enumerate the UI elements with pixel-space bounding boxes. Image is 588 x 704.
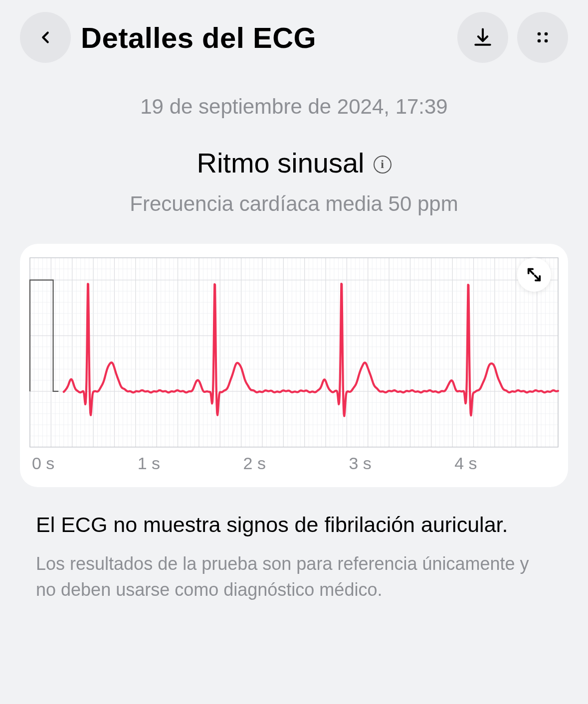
more-dots-icon — [532, 27, 553, 48]
info-icon[interactable] — [374, 156, 392, 174]
x-tick-label: 3 s — [349, 454, 371, 473]
ecg-chart-card: 0 s1 s2 s3 s4 s — [20, 244, 568, 487]
timestamp: 19 de septiembre de 2024, 17:39 — [0, 95, 588, 119]
x-tick-label: 0 s — [32, 454, 54, 473]
svg-point-0 — [538, 32, 541, 36]
rhythm-row: Ritmo sinusal — [0, 147, 588, 179]
back-button[interactable] — [20, 12, 71, 63]
page-title: Detalles del ECG — [81, 21, 447, 54]
download-icon — [472, 26, 494, 48]
description-block: El ECG no muestra signos de fibrilación … — [36, 509, 552, 603]
description-subtitle: Los resultados de la prueba son para ref… — [36, 551, 552, 603]
rhythm-title: Ritmo sinusal — [196, 147, 364, 179]
chevron-left-icon — [36, 28, 55, 47]
x-tick-label: 1 s — [138, 454, 160, 473]
x-tick-label: 4 s — [454, 454, 477, 473]
svg-point-3 — [545, 39, 548, 43]
header: Detalles del ECG — [0, 0, 588, 75]
svg-point-1 — [545, 32, 548, 36]
description-title: El ECG no muestra signos de fibrilación … — [36, 509, 552, 540]
more-button[interactable] — [517, 12, 568, 63]
header-actions — [457, 12, 568, 63]
heart-rate-subtitle: Frecuencia cardíaca media 50 ppm — [0, 192, 588, 216]
svg-rect-150 — [30, 258, 558, 447]
svg-point-2 — [538, 39, 541, 43]
grid — [30, 258, 558, 447]
expand-button[interactable] — [517, 258, 551, 292]
ecg-chart: 0 s1 s2 s3 s4 s — [25, 253, 563, 482]
expand-icon — [526, 266, 543, 283]
ecg-trace — [64, 284, 558, 416]
x-tick-label: 2 s — [243, 454, 266, 473]
download-button[interactable] — [457, 12, 508, 63]
